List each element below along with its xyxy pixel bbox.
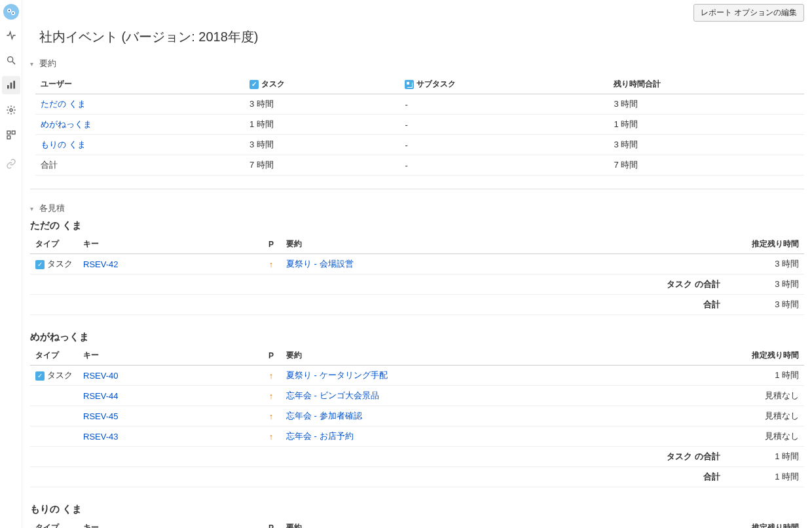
priority-up-icon: ↑ — [269, 432, 274, 442]
type-label: タスク — [47, 370, 73, 380]
estimate-header-type: タイプ — [30, 518, 78, 528]
estimates-section-toggle[interactable]: ▾ 各見積 — [30, 202, 804, 214]
priority-up-icon: ↑ — [269, 259, 274, 269]
summary-total-value: 3 時間 — [608, 94, 804, 115]
summary-label: 要約 — [39, 58, 56, 69]
estimate-header-type: タイプ — [30, 346, 78, 366]
summary-task-value: 3 時間 — [244, 135, 400, 155]
page-title: 社内イベント (バージョン: 2018年度) — [39, 28, 804, 46]
svg-point-5 — [7, 57, 12, 62]
search-icon[interactable] — [2, 51, 20, 69]
svg-rect-12 — [12, 131, 15, 134]
estimate-header-type: タイプ — [30, 235, 78, 254]
estimate-row: ✓タスクRSEV-40↑夏祭り - ケータリング手配1 時間 — [30, 366, 804, 386]
estimate-header-summary: 要約 — [281, 235, 726, 254]
issue-summary-link[interactable]: 忘年会 - ビンゴ大会景品 — [286, 390, 379, 400]
issue-summary-link[interactable]: 夏祭り - 会場設営 — [286, 259, 354, 269]
estimate-header-priority: P — [261, 235, 281, 254]
estimate-header-key: キー — [78, 346, 261, 366]
summary-total-label: 合計 — [35, 155, 244, 176]
user-group-name: もりの くま — [30, 503, 804, 516]
summary-total-value: 1 時間 — [608, 115, 804, 135]
issue-summary-link[interactable]: 忘年会 - お店予約 — [286, 431, 354, 441]
issue-key-link[interactable]: RSEV-40 — [83, 371, 118, 381]
subtask-icon — [405, 80, 414, 89]
issue-key-link[interactable]: RSEV-45 — [83, 411, 118, 421]
summary-total-row: 合計7 時間-7 時間 — [35, 155, 804, 176]
estimate-header-key: キー — [78, 518, 261, 528]
user-link[interactable]: めがねっくま — [41, 119, 92, 129]
chevron-down-icon: ▾ — [30, 60, 37, 67]
issue-summary-link[interactable]: 夏祭り - ケータリング手配 — [286, 370, 388, 380]
task-subtotal-row: タスク の合計1 時間 — [30, 447, 804, 467]
summary-subtask-value: - — [399, 94, 608, 115]
sidebar — [0, 0, 22, 528]
summary-subtask-value: - — [399, 135, 608, 155]
summary-table: ユーザー ✓タスク サブタスク 残り時間合計 ただの くま3 時間-3 時間めが… — [35, 75, 804, 176]
activity-icon[interactable] — [2, 26, 20, 45]
summary-total-value: 3 時間 — [608, 135, 804, 155]
user-estimate-group: もりの くまタイプキーP要約推定残り時間✓タスクRSEV-39↑夏祭り - ビー… — [30, 503, 804, 528]
user-group-name: ただの くま — [30, 219, 804, 232]
component-icon[interactable] — [2, 126, 20, 144]
summary-section-toggle[interactable]: ▾ 要約 — [30, 58, 804, 69]
estimate-header-key: キー — [78, 235, 261, 254]
estimate-header-summary: 要約 — [281, 518, 726, 528]
summary-row: ただの くま3 時間-3 時間 — [35, 94, 804, 115]
type-label: タスク — [47, 259, 73, 269]
issue-key-link[interactable]: RSEV-43 — [83, 432, 118, 442]
task-subtotal-row: タスク の合計3 時間 — [30, 274, 804, 295]
chevron-down-icon: ▾ — [30, 205, 37, 212]
priority-up-icon: ↑ — [269, 391, 274, 401]
summary-header-user: ユーザー — [35, 75, 244, 94]
issue-key-link[interactable]: RSEV-42 — [83, 259, 118, 269]
estimate-table: タイプキーP要約推定残り時間✓タスクRSEV-40↑夏祭り - ケータリング手配… — [30, 346, 804, 487]
svg-line-6 — [12, 62, 15, 64]
summary-row: めがねっくま1 時間-1 時間 — [35, 115, 804, 135]
estimate-row: ✓タスクRSEV-42↑夏祭り - 会場設営3 時間 — [30, 254, 804, 274]
divider — [30, 189, 804, 189]
user-link[interactable]: ただの くま — [41, 99, 86, 109]
user-estimate-group: めがねっくまタイプキーP要約推定残り時間✓タスクRSEV-40↑夏祭り - ケー… — [30, 331, 804, 487]
summary-task-value: 3 時間 — [244, 94, 400, 115]
estimate-table: タイプキーP要約推定残り時間✓タスクRSEV-42↑夏祭り - 会場設営3 時間… — [30, 235, 804, 315]
remaining-value: 見積なし — [726, 406, 804, 426]
link-icon[interactable] — [2, 155, 20, 173]
estimate-header-priority: P — [261, 518, 281, 528]
estimate-row: RSEV-45↑忘年会 - 参加者確認見積なし — [30, 406, 804, 426]
estimate-row: RSEV-43↑忘年会 - お店予約見積なし — [30, 426, 804, 447]
remaining-value: 3 時間 — [726, 254, 804, 274]
summary-header-subtask: サブタスク — [399, 75, 608, 94]
remaining-value: 見積なし — [726, 386, 804, 406]
summary-subtask-value: - — [399, 115, 608, 135]
reports-icon[interactable] — [2, 76, 20, 94]
svg-point-3 — [8, 10, 9, 11]
svg-point-10 — [10, 109, 12, 111]
user-link[interactable]: もりの くま — [41, 140, 86, 149]
remaining-value: 見積なし — [726, 426, 804, 447]
remaining-value: 1 時間 — [726, 366, 804, 386]
user-group-name: めがねっくま — [30, 331, 804, 343]
svg-point-0 — [3, 4, 19, 20]
svg-rect-7 — [7, 85, 9, 88]
issue-key-link[interactable]: RSEV-44 — [83, 391, 118, 401]
settings-icon[interactable] — [2, 101, 20, 119]
issue-summary-link[interactable]: 忘年会 - 参加者確認 — [286, 411, 362, 421]
app-logo[interactable] — [3, 4, 19, 20]
estimate-table: タイプキーP要約推定残り時間✓タスクRSEV-39↑夏祭り - ビールサーバーレ… — [30, 518, 804, 528]
svg-rect-8 — [10, 83, 12, 88]
estimate-header-remaining: 推定残り時間 — [726, 346, 804, 366]
priority-up-icon: ↑ — [269, 411, 274, 421]
svg-point-4 — [12, 12, 13, 14]
estimate-row: RSEV-44↑忘年会 - ビンゴ大会景品見積なし — [30, 386, 804, 406]
grand-total-row: 合計3 時間 — [30, 295, 804, 315]
estimate-header-priority: P — [261, 346, 281, 366]
svg-rect-9 — [13, 81, 15, 88]
estimate-header-remaining: 推定残り時間 — [726, 518, 804, 528]
edit-report-options-button[interactable]: レポート オプションの編集 — [693, 4, 804, 22]
task-icon: ✓ — [35, 371, 45, 381]
estimate-header-remaining: 推定残り時間 — [726, 235, 804, 254]
summary-header-remaining: 残り時間合計 — [608, 75, 804, 94]
estimates-label: 各見積 — [39, 202, 65, 214]
priority-up-icon: ↑ — [269, 371, 274, 381]
